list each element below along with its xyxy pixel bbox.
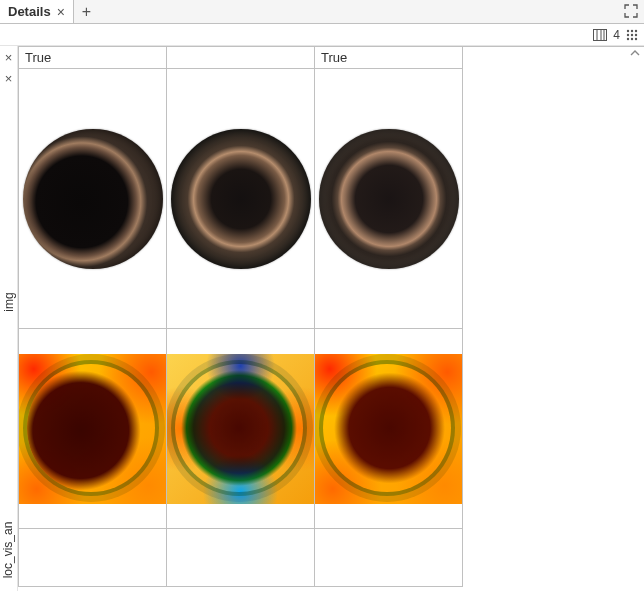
column-count: 4 xyxy=(613,28,620,42)
row-label-img: img xyxy=(2,292,16,311)
img-cell-1[interactable] xyxy=(167,69,315,329)
img-cell-2[interactable] xyxy=(315,69,463,329)
heatmap-cell-1[interactable] xyxy=(167,329,315,529)
svg-point-4 xyxy=(627,33,629,35)
grid-area: True True xyxy=(18,46,644,591)
workspace: × × img loc_vis_an True True xyxy=(0,46,644,591)
heatmap-image xyxy=(315,354,462,504)
stub-cell-1 xyxy=(167,529,315,587)
img-cell-0[interactable] xyxy=(19,69,167,329)
col-header-2[interactable]: True xyxy=(315,47,463,69)
stub-cell-2 xyxy=(315,529,463,587)
svg-rect-0 xyxy=(594,29,607,40)
svg-point-7 xyxy=(627,37,629,39)
toolbar: 4 xyxy=(0,24,644,46)
row-gutter: × × img loc_vis_an xyxy=(0,46,18,591)
add-tab-button[interactable]: + xyxy=(74,1,99,23)
svg-point-8 xyxy=(631,37,633,39)
row-label-loc: loc_vis_an xyxy=(2,522,16,579)
sample-image xyxy=(171,129,311,269)
heatmap-image xyxy=(167,354,314,504)
heatmap-image xyxy=(19,354,166,504)
svg-point-2 xyxy=(631,29,633,31)
sample-image xyxy=(23,129,163,269)
svg-point-9 xyxy=(635,37,637,39)
data-grid: True True xyxy=(18,46,644,587)
sample-image xyxy=(319,129,459,269)
svg-point-6 xyxy=(635,33,637,35)
tab-title: Details xyxy=(8,4,51,19)
svg-point-3 xyxy=(635,29,637,31)
settings-grid-icon[interactable] xyxy=(626,29,638,41)
columns-icon[interactable] xyxy=(593,29,607,41)
close-icon[interactable]: × xyxy=(57,5,65,19)
tab-bar: Details × + xyxy=(0,0,644,24)
svg-point-1 xyxy=(627,29,629,31)
tab-details[interactable]: Details × xyxy=(0,0,74,23)
heatmap-cell-0[interactable] xyxy=(19,329,167,529)
close-row-loc[interactable]: × xyxy=(3,69,15,88)
heatmap-cell-2[interactable] xyxy=(315,329,463,529)
scroll-up-icon[interactable] xyxy=(630,48,640,58)
close-row-img[interactable]: × xyxy=(3,48,15,67)
col-header-0[interactable]: True xyxy=(19,47,167,69)
svg-point-5 xyxy=(631,33,633,35)
expand-icon[interactable] xyxy=(624,4,638,21)
col-header-1[interactable] xyxy=(167,47,315,69)
stub-cell-0 xyxy=(19,529,167,587)
